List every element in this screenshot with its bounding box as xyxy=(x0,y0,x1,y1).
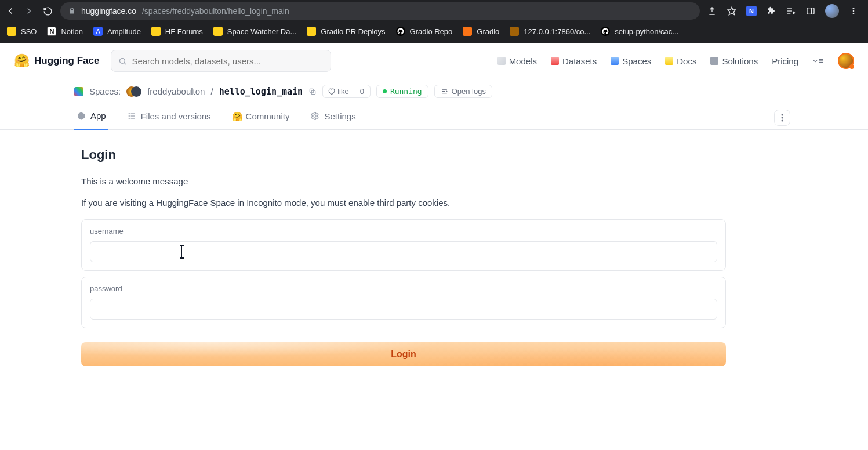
app-icon xyxy=(77,111,86,121)
like-button[interactable]: like 0 xyxy=(322,85,371,98)
nav-more[interactable] xyxy=(812,57,824,64)
spaces-grid-icon xyxy=(74,87,83,96)
site-logo[interactable]: 🤗 Hugging Face xyxy=(14,53,99,68)
bookmark-label: SSO xyxy=(21,27,37,36)
svg-point-10 xyxy=(120,58,125,63)
svg-marker-4 xyxy=(793,12,795,14)
bookmarks-bar: SSONNotionAAmplitudeHF ForumsSpace Watch… xyxy=(0,22,868,43)
separator: / xyxy=(210,86,213,96)
tab-label: Files and versions xyxy=(141,111,211,121)
svg-marker-0 xyxy=(728,7,735,14)
nav-solutions[interactable]: Solutions xyxy=(710,56,758,66)
username-label: username xyxy=(90,227,717,235)
tab-label: Settings xyxy=(324,111,355,121)
browser-chrome: huggingface.co/spaces/freddyaboulton/hel… xyxy=(0,0,868,43)
panel-icon[interactable] xyxy=(805,6,816,16)
hf-icon xyxy=(213,27,223,36)
site-search[interactable] xyxy=(111,50,331,72)
login-button[interactable]: Login xyxy=(81,342,726,366)
lock-icon xyxy=(68,8,75,14)
bookmark-item[interactable]: AAmplitude xyxy=(93,27,141,36)
nav-models[interactable]: Models xyxy=(497,56,537,66)
bookmark-item[interactable]: SSO xyxy=(7,27,37,36)
tab-settings[interactable]: Settings xyxy=(308,107,358,129)
password-input[interactable] xyxy=(90,299,717,320)
reload-button[interactable] xyxy=(42,5,53,17)
owner-link[interactable]: freddyaboulton xyxy=(147,86,205,96)
bookmark-label: Amplitude xyxy=(107,27,141,36)
extension-icon[interactable]: N xyxy=(746,6,757,16)
tab-community[interactable]: 🤗 Community xyxy=(230,107,292,129)
user-avatar[interactable] xyxy=(838,53,854,69)
nav-label: Solutions xyxy=(722,56,758,66)
bookmark-item[interactable]: HF Forums xyxy=(151,27,203,36)
back-button[interactable] xyxy=(5,5,16,17)
search-icon xyxy=(118,57,127,66)
bookmark-label: Gradio xyxy=(477,27,499,36)
password-label: password xyxy=(90,284,717,293)
gh-icon xyxy=(396,27,405,36)
amp-icon: A xyxy=(93,27,103,36)
svg-point-7 xyxy=(853,8,855,9)
site-nav: Models Datasets Spaces Docs Solutions Pr… xyxy=(497,53,854,69)
password-field-group: password xyxy=(81,277,726,328)
bookmark-item[interactable]: setup-python/cac... xyxy=(601,27,678,36)
url-bar[interactable]: huggingface.co/spaces/freddyaboulton/hel… xyxy=(60,2,700,20)
extensions-icon[interactable] xyxy=(766,6,776,16)
like-count: 0 xyxy=(354,85,370,97)
login-title: Login xyxy=(81,147,726,162)
copy-icon[interactable] xyxy=(308,88,317,96)
status-dot-icon xyxy=(383,89,387,93)
nav-label: Spaces xyxy=(622,56,651,66)
username-input[interactable] xyxy=(90,241,717,262)
bookmark-item[interactable]: 127.0.0.1:7860/co... xyxy=(510,27,590,36)
bookmark-item[interactable]: Gradio PR Deploys xyxy=(307,27,385,36)
open-logs-button[interactable]: Open logs xyxy=(434,85,492,98)
more-menu-button[interactable] xyxy=(774,110,790,126)
svg-point-28 xyxy=(782,117,783,119)
cube-icon xyxy=(497,57,506,65)
svg-point-27 xyxy=(782,114,783,116)
svg-point-29 xyxy=(782,120,783,122)
nav-datasets[interactable]: Datasets xyxy=(551,56,597,66)
nav-pricing[interactable]: Pricing xyxy=(772,56,798,66)
like-label: like xyxy=(337,87,349,96)
bookmark-item[interactable]: Gradio xyxy=(463,27,499,36)
bookmark-item[interactable]: Space Watcher Da... xyxy=(213,27,296,36)
tab-files[interactable]: Files and versions xyxy=(125,107,213,129)
bookmark-label: HF Forums xyxy=(165,27,203,36)
bookmark-label: Space Watcher Da... xyxy=(227,27,296,36)
tab-label: App xyxy=(90,111,106,121)
spaces-label[interactable]: Spaces: xyxy=(89,86,121,96)
nav-label: Models xyxy=(509,56,537,66)
site-search-input[interactable] xyxy=(132,56,324,66)
nav-label: Datasets xyxy=(562,56,597,66)
svg-rect-5 xyxy=(807,8,814,14)
bookmark-label: Gradio Repo xyxy=(410,27,453,36)
welcome-text: This is a welcome message xyxy=(81,176,726,186)
browser-actions: N xyxy=(707,4,863,18)
svg-point-26 xyxy=(314,115,316,117)
nav-label: Docs xyxy=(677,56,696,66)
share-icon[interactable] xyxy=(707,6,717,16)
menu-icon[interactable] xyxy=(848,6,859,16)
tab-label: Community xyxy=(246,111,290,121)
star-icon[interactable] xyxy=(727,6,737,16)
svg-point-8 xyxy=(853,10,855,12)
space-name[interactable]: hello_login_main xyxy=(219,86,303,97)
profile-avatar[interactable] xyxy=(825,4,839,18)
forward-button[interactable] xyxy=(23,5,35,17)
status-text: Running xyxy=(390,87,422,96)
tab-app[interactable]: App xyxy=(74,106,108,130)
url-domain: huggingface.co xyxy=(81,6,136,16)
bookmark-item[interactable]: NNotion xyxy=(47,27,83,36)
nav-docs[interactable]: Docs xyxy=(665,56,696,66)
logs-label: Open logs xyxy=(452,87,486,96)
bookmark-item[interactable]: Gradio Repo xyxy=(396,27,453,36)
url-path: /spaces/freddyaboulton/hello_login_main xyxy=(142,6,289,16)
site-header: 🤗 Hugging Face Models Datasets Spaces Do… xyxy=(0,43,868,79)
playlist-icon[interactable] xyxy=(786,6,796,16)
browser-toolbar: huggingface.co/spaces/freddyaboulton/hel… xyxy=(0,0,868,22)
page: 🤗 Hugging Face Models Datasets Spaces Do… xyxy=(0,43,868,390)
nav-spaces[interactable]: Spaces xyxy=(611,56,651,66)
